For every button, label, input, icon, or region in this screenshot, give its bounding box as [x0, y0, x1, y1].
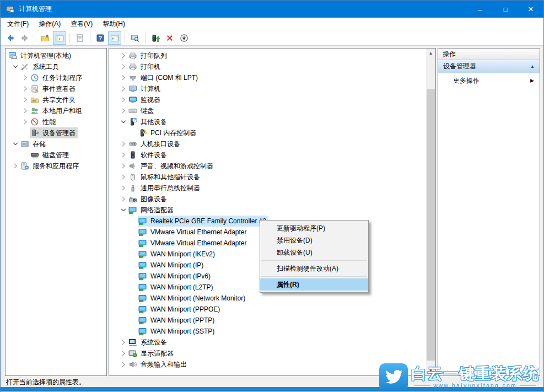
device-tree-item[interactable]: 图像设备 — [109, 194, 435, 205]
chevron-right-icon[interactable] — [119, 184, 128, 192]
folder-button[interactable] — [39, 31, 52, 45]
device-tree-item[interactable]: 网络适配器 — [109, 205, 435, 216]
chevron-right-icon[interactable] — [119, 139, 128, 148]
minimize-button[interactable]: – — [467, 1, 493, 18]
chevron-right-icon[interactable] — [119, 84, 128, 93]
chevron-right-icon[interactable] — [119, 95, 128, 104]
device-tree-item[interactable]: 键盘 — [109, 105, 435, 116]
menubar-item[interactable]: 查看(V) — [66, 18, 98, 30]
monitor-icon — [128, 95, 137, 104]
close-button[interactable]: × — [518, 1, 543, 18]
update-driver-button[interactable] — [149, 31, 162, 45]
chevron-right-icon[interactable] — [21, 117, 30, 126]
chevron-right-icon[interactable] — [119, 51, 128, 60]
tree-item-label: WAN Miniport (IPv6) — [150, 272, 211, 280]
disk-management-icon — [30, 151, 39, 159]
context-menu-item[interactable]: 扫描检测硬件改动(A) — [260, 262, 368, 275]
device-tree-item[interactable]: 计算机 — [109, 83, 435, 94]
device-tree-item[interactable]: 系统设备 — [109, 337, 435, 348]
chevron-down-icon[interactable] — [119, 117, 128, 126]
actions-more-item[interactable]: 更多操作 ▶ — [438, 73, 540, 88]
chevron-down-icon[interactable] — [11, 139, 20, 148]
chevron-right-icon[interactable] — [119, 162, 128, 170]
chevron-right-icon[interactable] — [119, 338, 128, 347]
menubar-item[interactable]: 操作(A) — [34, 18, 66, 30]
chevron-right-icon[interactable] — [21, 73, 30, 82]
chevron-right-icon[interactable] — [21, 84, 30, 93]
device-tree-item[interactable]: 监视器 — [109, 94, 435, 105]
device-tree-item[interactable]: 打印队列 — [109, 50, 435, 61]
left-tree-item[interactable]: 事件查看器 — [6, 83, 106, 94]
export-list-button[interactable] — [73, 31, 87, 45]
chevron-right-icon[interactable] — [119, 73, 128, 82]
context-menu-item[interactable]: 禁用设备(D) — [260, 234, 368, 246]
network-adapter-icon — [138, 239, 147, 248]
device-tree-item[interactable]: PCI 内存控制器 — [109, 127, 435, 138]
left-tree-item[interactable]: 共享文件夹 — [6, 94, 106, 105]
context-menu-item[interactable]: 卸载设备(U) — [260, 246, 368, 259]
left-tree-item[interactable]: 磁盘管理 — [6, 149, 106, 160]
device-tree-item[interactable]: WAN Miniport (SSTP) — [109, 326, 435, 337]
back-button[interactable] — [4, 31, 17, 45]
tree-item-label: 共享文件夹 — [42, 95, 76, 105]
device-tree-item[interactable]: 打印机 — [109, 61, 435, 72]
indent-spacer — [129, 239, 138, 248]
left-tree-item[interactable]: 本地用户和组 — [6, 105, 106, 116]
tree-item-label: PCI 内存控制器 — [150, 128, 196, 138]
scrollbar-thumb[interactable] — [427, 89, 435, 361]
popup-window-button[interactable] — [128, 31, 142, 45]
shared-folders-icon — [30, 95, 39, 104]
context-menu-item[interactable]: 属性(R) — [260, 278, 368, 291]
device-tree-item[interactable]: 人机接口设备 — [109, 138, 435, 149]
device-tree-item[interactable]: ?其他设备 — [109, 116, 435, 127]
menubar-item[interactable]: 文件(F) — [2, 18, 34, 30]
left-tree-item[interactable]: 性能 — [6, 116, 106, 127]
chevron-down-icon[interactable] — [11, 62, 20, 71]
tree-item-label: 服务和应用程序 — [32, 162, 79, 171]
toolbar-separator — [90, 33, 90, 43]
device-tree-item[interactable]: 声音、视频和游戏控制器 — [109, 160, 435, 171]
device-tree-item[interactable]: WAN Miniport (PPPOE) — [109, 304, 435, 315]
chevron-right-icon[interactable] — [119, 173, 128, 181]
left-tree-item[interactable]: 计算机管理(本地) — [6, 50, 106, 61]
chevron-right-icon[interactable] — [119, 195, 128, 203]
vertical-scrollbar[interactable]: ▲ ▼ — [426, 49, 435, 375]
chevron-right-icon[interactable] — [21, 95, 30, 104]
device-tree-item[interactable]: 端口 (COM 和 LPT) — [109, 72, 435, 83]
chevron-right-icon[interactable] — [21, 106, 30, 115]
maximize-button[interactable]: □ — [493, 1, 518, 18]
device-tree-item[interactable]: WAN Miniport (Network Monitor) — [109, 293, 435, 304]
collapse-icon[interactable]: ▲ — [530, 64, 535, 69]
left-tree-item[interactable]: 任务计划程序 — [6, 72, 106, 83]
device-tree-item[interactable]: 显示适配器 — [109, 348, 435, 359]
tree-item-label: VMware Virtual Ethernet Adapter — [150, 239, 247, 247]
disable-device-button[interactable] — [177, 31, 191, 45]
device-tree-item[interactable]: WAN Miniport (PPTP) — [109, 315, 435, 326]
context-menu-item[interactable]: 更新驱动程序(P) — [260, 222, 368, 234]
console-tree-button[interactable] — [53, 31, 66, 45]
left-tree-item[interactable]: 存储 — [6, 138, 106, 149]
chevron-right-icon[interactable] — [119, 106, 128, 115]
event-viewer-icon — [30, 84, 39, 93]
scroll-up-icon[interactable]: ▲ — [426, 49, 435, 58]
forward-button[interactable] — [18, 31, 31, 45]
actions-section-device-manager[interactable]: 设备管理器 ▲ — [438, 60, 540, 73]
device-tree-item[interactable]: 软件设备 — [109, 149, 435, 160]
help-button[interactable]: ? — [94, 31, 107, 45]
chevron-right-icon[interactable] — [11, 162, 20, 170]
menubar-item[interactable]: 帮助(H) — [98, 18, 130, 30]
tree-item-label: 系统设备 — [140, 338, 167, 347]
device-tree-item[interactable]: 鼠标和其他指针设备 — [109, 171, 435, 182]
watermark-line — [520, 385, 536, 386]
left-tree-item[interactable]: 设备管理器 — [6, 127, 106, 138]
device-tree-item[interactable]: 通用串行总线控制器 — [109, 182, 435, 194]
left-tree-item[interactable]: 服务和应用程序 — [6, 160, 106, 171]
chevron-right-icon[interactable] — [119, 62, 128, 71]
left-tree-item[interactable]: 系统工具 — [6, 61, 106, 72]
chevron-right-icon[interactable] — [119, 349, 128, 358]
chevron-right-icon[interactable] — [119, 151, 128, 159]
chevron-down-icon[interactable] — [119, 206, 128, 214]
action-pane-button[interactable] — [108, 31, 121, 45]
uninstall-device-button[interactable] — [163, 31, 176, 45]
chevron-right-icon[interactable] — [119, 360, 128, 369]
